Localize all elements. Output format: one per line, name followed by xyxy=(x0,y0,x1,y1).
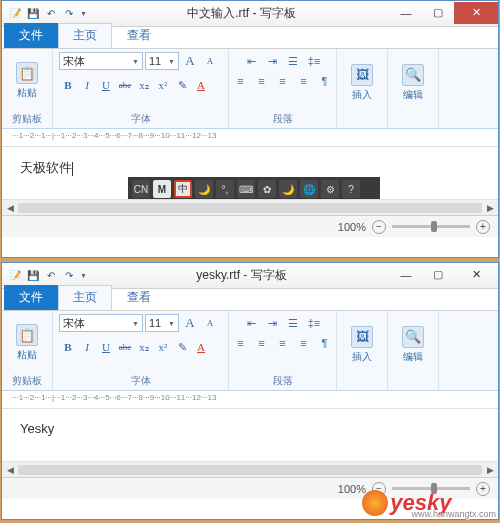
superscript-button[interactable]: x² xyxy=(154,338,172,356)
line-spacing-button[interactable]: ‡≡ xyxy=(304,52,324,70)
font-color-button[interactable]: A xyxy=(192,338,210,356)
underline-button[interactable]: U xyxy=(97,338,115,356)
scroll-left-icon[interactable]: ◀ xyxy=(2,462,18,478)
grow-font-button[interactable]: A xyxy=(181,52,199,70)
align-right-button[interactable]: ≡ xyxy=(273,72,293,90)
italic-button[interactable]: I xyxy=(78,76,96,94)
align-center-button[interactable]: ≡ xyxy=(252,334,272,352)
ime-help-icon[interactable]: ? xyxy=(342,180,360,198)
highlight-button[interactable]: ✎ xyxy=(173,76,191,94)
ime-lang-button[interactable]: CN xyxy=(132,180,150,198)
decrease-indent-button[interactable]: ⇤ xyxy=(241,52,261,70)
tab-view[interactable]: 查看 xyxy=(112,23,166,48)
shrink-font-button[interactable]: A xyxy=(201,314,219,332)
edit-button[interactable]: 🔍编辑 xyxy=(394,324,432,366)
ruler[interactable]: ···1···2···1···|···1···2···3···4···5···6… xyxy=(2,391,498,409)
maximize-button[interactable]: ▢ xyxy=(422,2,454,24)
app-icon: 📝 xyxy=(8,7,22,21)
zoom-slider[interactable] xyxy=(392,487,470,490)
ruler[interactable]: ···1···2···1···|···1···2···3···4···5···6… xyxy=(2,129,498,147)
tab-file[interactable]: 文件 xyxy=(4,23,58,48)
ime-chinese-button[interactable]: 中 xyxy=(174,180,192,198)
close-button[interactable]: ✕ xyxy=(454,2,498,24)
line-spacing-button[interactable]: ‡≡ xyxy=(304,314,324,332)
undo-icon[interactable]: ↶ xyxy=(44,269,58,283)
zoom-out-button[interactable]: − xyxy=(372,482,386,496)
zoom-in-button[interactable]: + xyxy=(476,482,490,496)
bold-button[interactable]: B xyxy=(59,76,77,94)
minimize-button[interactable]: — xyxy=(390,264,422,286)
increase-indent-button[interactable]: ⇥ xyxy=(262,314,282,332)
insert-label: 插入 xyxy=(352,350,372,364)
font-name-select[interactable]: 宋体▼ xyxy=(59,52,143,70)
shrink-font-button[interactable]: A xyxy=(201,52,219,70)
ime-option-icon[interactable]: ✿ xyxy=(258,180,276,198)
subscript-button[interactable]: x₂ xyxy=(135,76,153,94)
bold-button[interactable]: B xyxy=(59,338,77,356)
paste-button[interactable]: 📋粘贴 xyxy=(8,60,46,102)
save-icon[interactable]: 💾 xyxy=(26,269,40,283)
bullets-button[interactable]: ☰ xyxy=(283,52,303,70)
font-size-select[interactable]: 11▼ xyxy=(145,314,179,332)
align-left-button[interactable]: ≡ xyxy=(231,72,251,90)
zoom-in-button[interactable]: + xyxy=(476,220,490,234)
horizontal-scrollbar[interactable]: ◀ ▶ xyxy=(2,461,498,477)
ime-settings-icon[interactable]: ⚙ xyxy=(321,180,339,198)
edit-button[interactable]: 🔍编辑 xyxy=(394,62,432,104)
justify-button[interactable]: ≡ xyxy=(294,72,314,90)
align-right-button[interactable]: ≡ xyxy=(273,334,293,352)
bullets-button[interactable]: ☰ xyxy=(283,314,303,332)
strike-button[interactable]: abe xyxy=(116,76,134,94)
ime-mode-button[interactable]: M xyxy=(153,180,171,198)
zoom-slider[interactable] xyxy=(392,225,470,228)
superscript-button[interactable]: x² xyxy=(154,76,172,94)
maximize-button[interactable]: ▢ xyxy=(422,264,454,286)
document-area[interactable]: 天极软件 CN M 中 🌙 °, ⌨ ✿ 🌙 🌐 ⚙ ? xyxy=(2,147,498,199)
qat-dropdown-icon[interactable]: ▼ xyxy=(80,272,87,279)
font-size-select[interactable]: 11▼ xyxy=(145,52,179,70)
insert-button[interactable]: 🖼插入 xyxy=(343,62,381,104)
italic-button[interactable]: I xyxy=(78,338,96,356)
qat-dropdown-icon[interactable]: ▼ xyxy=(80,10,87,17)
paste-button[interactable]: 📋粘贴 xyxy=(8,322,46,364)
ime-moon-icon[interactable]: 🌙 xyxy=(195,180,213,198)
find-icon: 🔍 xyxy=(402,326,424,348)
ime-keyboard-icon[interactable]: ⌨ xyxy=(237,180,255,198)
font-name-select[interactable]: 宋体▼ xyxy=(59,314,143,332)
redo-icon[interactable]: ↷ xyxy=(62,7,76,21)
undo-icon[interactable]: ↶ xyxy=(44,7,58,21)
increase-indent-button[interactable]: ⇥ xyxy=(262,52,282,70)
paragraph-dialog-button[interactable]: ¶ xyxy=(315,72,335,90)
ime-globe-icon[interactable]: 🌐 xyxy=(300,180,318,198)
scroll-right-icon[interactable]: ▶ xyxy=(482,462,498,478)
redo-icon[interactable]: ↷ xyxy=(62,269,76,283)
decrease-indent-button[interactable]: ⇤ xyxy=(241,314,261,332)
paragraph-dialog-button[interactable]: ¶ xyxy=(315,334,335,352)
tab-home[interactable]: 主页 xyxy=(58,285,112,310)
close-button[interactable]: ✕ xyxy=(454,264,498,286)
insert-button[interactable]: 🖼插入 xyxy=(343,324,381,366)
group-paragraph: ⇤ ⇥ ☰ ‡≡ ≡ ≡ ≡ ≡ ¶ 段落 xyxy=(229,49,337,128)
ime-moon2-icon[interactable]: 🌙 xyxy=(279,180,297,198)
ime-punct-button[interactable]: °, xyxy=(216,180,234,198)
document-area[interactable]: Yesky xyxy=(2,409,498,461)
subscript-button[interactable]: x₂ xyxy=(135,338,153,356)
underline-button[interactable]: U xyxy=(97,76,115,94)
highlight-button[interactable]: ✎ xyxy=(173,338,191,356)
scroll-left-icon[interactable]: ◀ xyxy=(2,200,18,216)
scroll-right-icon[interactable]: ▶ xyxy=(482,200,498,216)
save-icon[interactable]: 💾 xyxy=(26,7,40,21)
horizontal-scrollbar[interactable]: ◀ ▶ xyxy=(2,199,498,215)
ime-toolbar[interactable]: CN M 中 🌙 °, ⌨ ✿ 🌙 🌐 ⚙ ? xyxy=(128,177,380,201)
align-center-button[interactable]: ≡ xyxy=(252,72,272,90)
font-color-button[interactable]: A xyxy=(192,76,210,94)
tab-home[interactable]: 主页 xyxy=(58,23,112,48)
align-left-button[interactable]: ≡ xyxy=(231,334,251,352)
minimize-button[interactable]: — xyxy=(390,2,422,24)
strike-button[interactable]: abe xyxy=(116,338,134,356)
grow-font-button[interactable]: A xyxy=(181,314,199,332)
justify-button[interactable]: ≡ xyxy=(294,334,314,352)
zoom-out-button[interactable]: − xyxy=(372,220,386,234)
tab-view[interactable]: 查看 xyxy=(112,285,166,310)
tab-file[interactable]: 文件 xyxy=(4,285,58,310)
